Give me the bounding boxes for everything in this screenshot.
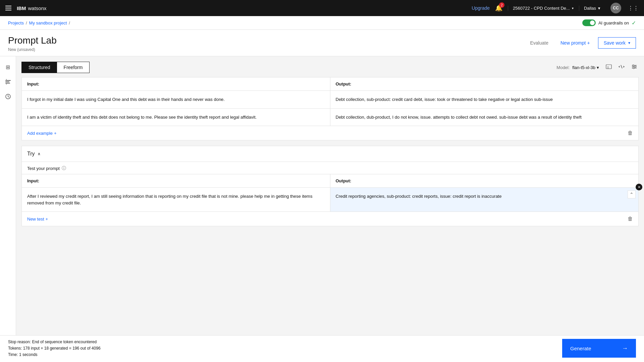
examples-input-header: Input: — [22, 77, 330, 91]
sidebar-icons: ⊞ — [0, 56, 16, 362]
test-prompt-info-icon[interactable]: ⓘ — [62, 165, 66, 171]
try-input-text[interactable]: After I reviewed my credit report, I am … — [22, 188, 330, 212]
new-prompt-plus: + — [587, 40, 590, 46]
brand-logo: IBM watsonx — [17, 5, 47, 11]
close-output-icon[interactable]: ✕ — [636, 184, 642, 190]
model-chevron: ▾ — [597, 65, 599, 70]
try-output-text: Credit reporting agencies, sub-product: … — [336, 194, 502, 199]
account-label: 2560722 - CPD Content De... — [513, 6, 570, 11]
region-label: Dallas — [584, 6, 596, 11]
generate-label: Generate — [570, 346, 591, 351]
generate-arrow-icon: → — [622, 345, 628, 352]
try-chevron[interactable]: ∧ — [38, 152, 41, 156]
try-row: After I reviewed my credit report, I am … — [22, 188, 638, 212]
content-area: Structured Freeform Model: flan-t5-xl-3b… — [16, 56, 644, 362]
try-table: Input: Output: After I reviewed my credi… — [22, 174, 638, 212]
top-navigation: IBM watsonx Upgrade 🔔 2 2560722 - CPD Co… — [0, 0, 644, 16]
breadcrumb-sep2: / — [69, 20, 70, 25]
page-header: Prompt Lab New (unsaved) Evaluate New pr… — [0, 30, 644, 56]
example-input-1[interactable]: I forgot in my initial date I was using … — [22, 91, 330, 109]
breadcrumb-projects[interactable]: Projects — [8, 20, 24, 25]
model-selector: Model: flan-t5-xl-3b ▾ — [556, 65, 599, 70]
try-header: Try ∧ — [22, 146, 638, 162]
account-chevron: ▾ — [572, 6, 574, 10]
table-row: I forgot in my initial date I was using … — [22, 91, 638, 109]
toolbar-icon-settings[interactable] — [630, 62, 639, 72]
try-input-header: Input: — [22, 174, 330, 188]
status-line1: Stop reason: End of sequence token encou… — [8, 339, 101, 345]
save-work-chevron: ▾ — [628, 41, 630, 45]
toolbar-icons: {} — [604, 62, 639, 72]
status-bar: Stop reason: End of sequence token encou… — [0, 335, 644, 362]
account-selector[interactable]: 2560722 - CPD Content De... ▾ — [508, 6, 574, 11]
new-test-label: New test — [27, 217, 44, 222]
sidebar-icon-variables[interactable] — [1, 75, 15, 88]
page-actions: Evaluate New prompt + Save work ▾ — [526, 35, 636, 49]
page-subtitle: New (unsaved) — [8, 47, 57, 52]
svg-point-12 — [633, 65, 634, 66]
region-chevron: ▾ — [598, 6, 600, 11]
evaluate-button[interactable]: Evaluate — [526, 38, 552, 48]
guardrails-toggle[interactable]: AI guardrails on ✓ — [582, 19, 636, 26]
menu-icon[interactable] — [5, 6, 11, 10]
notification-badge: 2 — [499, 2, 504, 8]
save-work-button[interactable]: Save work ▾ — [598, 37, 636, 49]
region-selector[interactable]: Dallas ▾ — [579, 6, 605, 11]
generate-button[interactable]: Generate → — [562, 339, 636, 358]
new-test-plus: + — [46, 217, 48, 222]
svg-point-13 — [635, 66, 636, 67]
sidebar-icon-grid[interactable]: ⊞ — [1, 60, 15, 74]
new-prompt-button[interactable]: New prompt + — [556, 38, 594, 48]
breadcrumb-bar: Projects / My sandbox project / AI guard… — [0, 16, 644, 30]
upgrade-link[interactable]: Upgrade — [472, 5, 490, 11]
toolbar-icon-code[interactable]: {} — [604, 62, 613, 72]
delete-test-icon[interactable]: 🗑 — [628, 216, 633, 222]
example-input-2[interactable]: I am a victim of identity theft and this… — [22, 108, 330, 126]
svg-line-8 — [621, 65, 622, 68]
model-name: flan-t5-xl-3b — [572, 65, 595, 70]
add-example-label: Add example — [27, 131, 53, 136]
grid-icon[interactable]: ⋮⋮ — [628, 5, 639, 11]
model-dropdown[interactable]: flan-t5-xl-3b ▾ — [572, 65, 599, 70]
examples-section: Input: Output: I forgot in my initial da… — [21, 77, 639, 140]
mode-tabs: Structured Freeform — [21, 62, 90, 73]
toggle-on[interactable] — [582, 19, 596, 26]
notification-bell[interactable]: 🔔 2 — [495, 4, 502, 12]
test-prompt-label: Test your prompt — [27, 166, 60, 171]
svg-rect-3 — [6, 79, 7, 80]
guardrails-check-icon: ✓ — [632, 20, 636, 26]
breadcrumb: Projects / My sandbox project / — [8, 20, 70, 25]
example-output-2[interactable]: Debt collection, dub-product, I do not k… — [330, 108, 638, 126]
svg-rect-0 — [5, 80, 11, 81]
status-line3: Time: 1 seconds — [8, 352, 101, 358]
new-test-row: New test + 🗑 — [22, 212, 638, 226]
svg-text:{}: {} — [607, 66, 609, 69]
status-text: Stop reason: End of sequence token encou… — [8, 339, 101, 358]
breadcrumb-sep1: / — [26, 20, 27, 25]
collapse-output-icon[interactable]: ⌃ — [628, 190, 636, 198]
examples-table: Input: Output: I forgot in my initial da… — [22, 77, 638, 126]
svg-rect-4 — [6, 84, 7, 84]
main-layout: ⊞ Structured Freeform — [0, 56, 644, 362]
example-output-1[interactable]: Debt collection, sub-product: credit car… — [330, 91, 638, 109]
delete-examples-icon[interactable]: 🗑 — [628, 130, 633, 136]
add-example-row: Add example + 🗑 — [22, 126, 638, 140]
avatar[interactable]: CC — [610, 3, 621, 13]
brand-ibm: IBM — [17, 5, 26, 11]
try-output-header: Output: — [330, 174, 638, 188]
add-example-button[interactable]: Add example + — [27, 131, 56, 136]
toolbar-icon-view[interactable] — [617, 62, 626, 72]
model-prefix: Model: — [556, 65, 570, 70]
new-test-button[interactable]: New test + — [27, 217, 48, 222]
save-work-label: Save work — [604, 40, 626, 46]
examples-output-header: Output: — [330, 77, 638, 91]
try-title: Try — [27, 151, 35, 157]
status-line2: Tokens: 178 input + 18 generated = 196 o… — [8, 345, 101, 352]
guardrails-label: AI guardrails on — [598, 20, 629, 25]
tab-structured[interactable]: Structured — [22, 62, 57, 73]
svg-point-14 — [633, 67, 634, 69]
sidebar-icon-history[interactable] — [1, 90, 15, 103]
mode-tabs-bar: Structured Freeform Model: flan-t5-xl-3b… — [21, 62, 639, 73]
tab-freeform[interactable]: Freeform — [57, 62, 90, 73]
breadcrumb-sandbox[interactable]: My sandbox project — [29, 20, 67, 25]
